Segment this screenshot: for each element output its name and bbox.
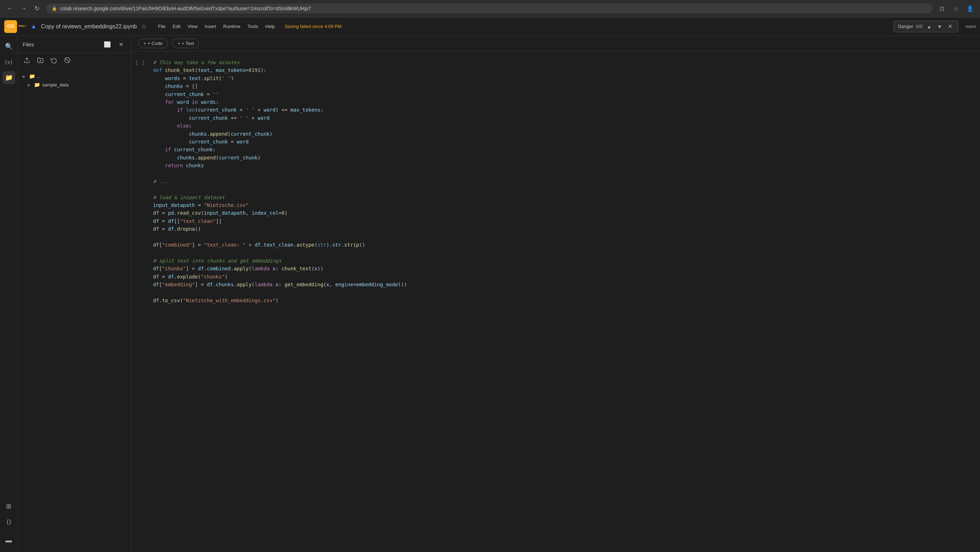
history-rail-button[interactable]: ⊞ (3, 500, 15, 513)
browser-actions: ⊡ ☆ 👤 (936, 3, 976, 14)
view-menu[interactable]: View (185, 22, 200, 30)
add-text-label: + Text (181, 41, 194, 46)
variables-rail-button[interactable]: {x} (3, 56, 15, 68)
back-button[interactable]: ← (4, 3, 16, 14)
list-item[interactable]: ▶ 📁 .. (18, 72, 131, 80)
files-title: Files (23, 41, 99, 48)
expand-arrow-icon: ▶ (23, 75, 27, 78)
star-button[interactable]: ☆ (141, 23, 147, 30)
folder-icon: 📁 (29, 73, 35, 79)
code-diff-button[interactable]: ⟨⟩ (3, 515, 15, 528)
notebook-toolbar: + + Code + + Text (131, 36, 980, 51)
files-close-button[interactable]: ✕ (116, 39, 126, 49)
danger-close-button[interactable]: ✕ (947, 22, 954, 30)
plus-text-icon: + (178, 41, 180, 46)
pro-badge: PRO+ (18, 25, 26, 28)
security-icon: 🔒 (52, 6, 57, 11)
add-code-label: + Code (148, 41, 162, 46)
insert-menu[interactable]: Insert (202, 22, 219, 30)
plus-code-icon: + (143, 41, 146, 46)
file-menu[interactable]: File (155, 22, 168, 30)
browser-chrome: ← → ↻ 🔒 ⊡ ☆ 👤 (0, 0, 980, 17)
files-maximize-button[interactable]: ⬜ (102, 39, 112, 49)
bookmark-button[interactable]: ☆ (950, 3, 962, 14)
notebook-area: + + Code + + Text [ ] # This may take a … (131, 36, 980, 551)
add-text-button[interactable]: + + Text (172, 39, 199, 48)
edit-menu[interactable]: Edit (170, 22, 183, 30)
main-area: 🔍 {x} 📁 ⊞ ⟨⟩ ▬ Files ⬜ ✕ (0, 36, 980, 551)
add-code-button[interactable]: + + Code (138, 39, 168, 48)
cell-content[interactable]: # This may take a few minutes def chunk_… (153, 59, 973, 304)
help-menu[interactable]: Help (262, 22, 278, 30)
expand-arrow-icon: ▶ (28, 83, 32, 87)
code-cell: [ ] # This may take a few minutes def ch… (131, 51, 980, 551)
tree-item-label: sample_data (42, 82, 68, 87)
mount-icon (64, 57, 70, 65)
refresh-files-button[interactable] (48, 55, 59, 67)
search-rail-button[interactable]: 🔍 (3, 40, 15, 53)
mount-drive-button[interactable] (62, 55, 73, 67)
upload-icon (24, 57, 30, 65)
folder-icon: 📁 (34, 82, 40, 87)
saving-status: Saving failed since 4:09 PM (285, 24, 342, 29)
files-toolbar (18, 53, 131, 69)
new-folder-button[interactable] (35, 55, 46, 67)
cast-button[interactable]: ⊡ (936, 3, 947, 14)
address-bar[interactable]: 🔒 (46, 3, 932, 13)
danger-prev-button[interactable]: ▲ (925, 23, 933, 30)
danger-count: 0/0 (916, 24, 922, 29)
files-tree: ▶ 📁 .. ▶ 📁 sample_data (18, 69, 131, 551)
nav-buttons: ← → ↻ (4, 3, 43, 14)
tools-menu[interactable]: Tools (245, 22, 261, 30)
upload-file-button[interactable] (21, 55, 33, 67)
refresh-icon (51, 57, 57, 65)
danger-alert: Danger 0/0 ▲ ▼ ✕ (894, 21, 958, 32)
app-container: CO PRO+ ▲ Copy of reviews_embeddings22.i… (0, 17, 980, 551)
menu-bar: File Edit View Insert Runtime Tools Help (155, 22, 277, 30)
diff-icon: ⟨⟩ (6, 518, 11, 526)
colab-logo: CO (4, 20, 17, 33)
list-item[interactable]: ▶ 📁 sample_data (18, 80, 131, 89)
cell-run-area[interactable]: [ ] (131, 59, 149, 304)
new-folder-icon (37, 57, 44, 65)
danger-next-button[interactable]: ▼ (936, 23, 943, 30)
refresh-button[interactable]: ↻ (31, 3, 43, 14)
svg-line-4 (65, 59, 70, 62)
terminal-button[interactable]: ▬ (3, 534, 15, 547)
drive-icon: ▲ (30, 23, 37, 30)
runtime-menu[interactable]: Runtime (220, 22, 243, 30)
terminal-icon: ▬ (6, 537, 12, 544)
variables-icon: {x} (5, 59, 13, 65)
right-actions: ment (966, 24, 976, 29)
search-icon: 🔍 (5, 43, 13, 50)
cell-bracket: [ ] (135, 60, 144, 65)
files-panel: Files ⬜ ✕ (18, 36, 131, 551)
cell-container: [ ] # This may take a few minutes def ch… (131, 59, 973, 304)
files-header: Files ⬜ ✕ (18, 36, 131, 53)
tree-item-label: .. (37, 74, 40, 79)
danger-label: Danger (898, 24, 913, 29)
icon-rail: 🔍 {x} 📁 ⊞ ⟨⟩ ▬ (0, 36, 18, 551)
files-rail-button[interactable]: 📁 (3, 71, 15, 84)
url-input[interactable] (60, 6, 927, 11)
forward-button[interactable]: → (18, 3, 29, 14)
notebook-title: Copy of reviews_embeddings22.ipynb (41, 23, 137, 30)
history-icon: ⊞ (6, 503, 11, 510)
top-bar: CO PRO+ ▲ Copy of reviews_embeddings22.i… (0, 17, 980, 36)
code-block: # This may take a few minutes def chunk_… (153, 59, 973, 304)
profile-button[interactable]: 👤 (964, 3, 976, 14)
files-icon: 📁 (5, 74, 13, 81)
